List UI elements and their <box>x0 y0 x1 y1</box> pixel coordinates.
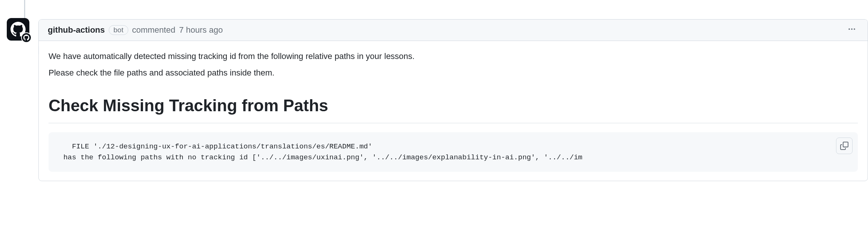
section-heading: Check Missing Tracking from Paths <box>49 93 858 123</box>
action-text: commented <box>132 25 175 35</box>
author-avatar[interactable] <box>7 18 29 41</box>
comment-menu-button[interactable] <box>845 24 859 36</box>
timeline-connector <box>24 0 25 20</box>
copy-icon <box>840 142 848 150</box>
timestamp-link[interactable]: 7 hours ago <box>179 25 223 35</box>
kebab-icon <box>848 26 856 33</box>
comment-caret <box>38 46 39 55</box>
code-block-wrapper: FILE './12-designing-ux-for-ai-applicati… <box>49 132 858 172</box>
code-block: FILE './12-designing-ux-for-ai-applicati… <box>49 132 858 172</box>
comment-container: github-actions bot commented 7 hours ago… <box>38 19 868 181</box>
github-icon <box>23 35 29 41</box>
intro-line-2: Please check the file paths and associat… <box>49 67 858 79</box>
intro-line-1: We have automatically detected missing t… <box>49 50 858 63</box>
bot-sub-avatar <box>21 32 32 43</box>
copy-button[interactable] <box>836 138 853 154</box>
author-link[interactable]: github-actions <box>48 25 105 35</box>
comment-body: We have automatically detected missing t… <box>39 41 868 181</box>
comment-header: github-actions bot commented 7 hours ago <box>39 20 868 41</box>
bot-badge: bot <box>109 25 128 35</box>
